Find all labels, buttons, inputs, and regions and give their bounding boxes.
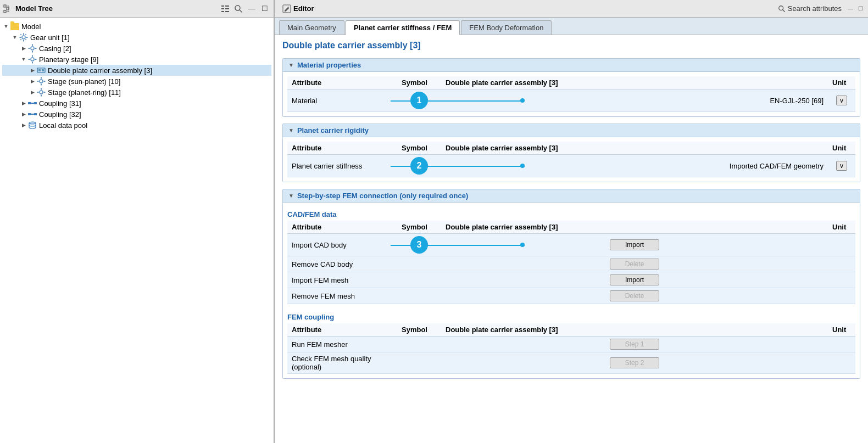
editor-pencil-icon xyxy=(282,4,291,13)
tree-item-localdata[interactable]: ▶ Local data pool xyxy=(2,120,271,131)
tree-item-gearunit[interactable]: ▼ Gear unit [1] xyxy=(2,32,271,43)
svg-rect-27 xyxy=(29,48,30,49)
svg-rect-36 xyxy=(42,69,44,71)
td-stiffness-unit[interactable]: v xyxy=(828,155,855,177)
tree-label-stage-sun: Stage (sun-planet) [10] xyxy=(48,77,120,86)
tab-planet-carrier[interactable]: Planet carrier stiffness / FEM xyxy=(346,20,460,35)
th-attribute-2: Attribute xyxy=(287,142,397,155)
tab-main-geometry[interactable]: Main Geometry xyxy=(279,20,344,35)
expand-casing[interactable]: ▶ xyxy=(20,46,27,51)
remove-fem-btn[interactable]: Delete xyxy=(610,290,659,301)
assembly-icon-doubleplate xyxy=(36,66,46,75)
tree-label-stage-ring: Stage (planet-ring) [11] xyxy=(48,88,121,97)
td-remove-fem-symbol xyxy=(397,288,441,304)
svg-rect-30 xyxy=(32,55,33,57)
expand-stage-sun[interactable]: ▶ xyxy=(29,78,36,84)
td-remove-cad-value: Delete xyxy=(441,256,828,272)
gear-icon-stage-sun xyxy=(36,77,46,86)
svg-rect-0 xyxy=(4,5,6,7)
td-import-fem-value: Import xyxy=(441,272,828,288)
expand-rigidity-icon[interactable]: ▼ xyxy=(288,127,294,133)
tree-item-model[interactable]: ▼ Model xyxy=(2,21,271,32)
header-icons: — ☐ xyxy=(220,3,270,14)
svg-rect-2 xyxy=(4,10,6,13)
expand-material-icon[interactable]: ▼ xyxy=(288,62,294,68)
stiffness-unit-dropdown[interactable]: v xyxy=(836,161,847,171)
page-title: Double plate carrier assembly [3] xyxy=(282,41,860,51)
expand-doubleplate[interactable]: ▶ xyxy=(29,68,36,73)
window-controls: — ☐ xyxy=(846,4,865,13)
th-symbol-cad: Symbol xyxy=(397,221,441,234)
td-material-attr: Material xyxy=(287,89,397,112)
td-remove-cad-unit xyxy=(828,256,855,272)
expand-coupling32[interactable]: ▶ xyxy=(20,111,27,117)
tree-item-stage-sun[interactable]: ▶ Stage (sun-planet) [10] xyxy=(2,76,271,87)
section-fem-title: Step-by-step FEM connection (only requir… xyxy=(297,192,468,200)
td-remove-fem-attr: Remove FEM mesh xyxy=(287,288,397,304)
svg-rect-43 xyxy=(41,88,42,90)
tree-item-casing[interactable]: ▶ Casing [2] xyxy=(2,43,271,54)
td-check-fem-value: Step 2 xyxy=(441,352,828,374)
tree-item-coupling32[interactable]: ▶ Coupling [32] xyxy=(2,109,271,120)
th-value-cad: Double plate carrier assembly [3] xyxy=(441,221,828,234)
th-unit-1: Unit xyxy=(828,76,855,89)
td-run-fem-value: Step 1 xyxy=(441,337,828,352)
section-fem-header[interactable]: ▼ Step-by-step FEM connection (only requ… xyxy=(283,189,860,203)
expand-coupling31[interactable]: ▶ xyxy=(20,100,27,106)
tree-item-stage-ring[interactable]: ▶ Stage (planet-ring) [11] xyxy=(2,87,271,98)
remove-fem-btn-container: Delete xyxy=(446,290,824,301)
table-row-stiffness: Planet carrier stiffness 2 xyxy=(287,155,855,177)
import-fem-btn[interactable]: Import xyxy=(610,274,659,285)
tree-item-planetary[interactable]: ▼ Planetary stage [9] xyxy=(2,54,271,65)
tree-rearrange-icon[interactable] xyxy=(220,3,231,14)
svg-rect-19 xyxy=(26,37,28,38)
svg-rect-20 xyxy=(20,34,22,36)
th-unit-fc: Unit xyxy=(828,323,855,337)
svg-point-29 xyxy=(31,58,34,61)
section-fem-connection: ▼ Step-by-step FEM connection (only requ… xyxy=(282,189,860,379)
run-fem-btn[interactable]: Step 1 xyxy=(610,339,659,350)
tree-item-coupling31[interactable]: ▶ Coupling [31] xyxy=(2,98,271,109)
expand-fem-icon[interactable]: ▼ xyxy=(288,193,294,199)
svg-rect-12 xyxy=(225,11,229,12)
tree-search-icon[interactable] xyxy=(233,3,244,14)
th-value-fc: Double plate carrier assembly [3] xyxy=(441,323,828,337)
minimize-editor-btn[interactable]: — xyxy=(846,4,855,13)
svg-rect-46 xyxy=(44,92,46,93)
expand-stage-ring[interactable]: ▶ xyxy=(29,89,36,95)
cad-fem-subtitle: CAD/FEM data xyxy=(287,207,855,221)
svg-rect-51 xyxy=(31,114,34,115)
model-tree-header: Model Tree xyxy=(0,0,274,18)
th-symbol-1: Symbol xyxy=(397,76,441,89)
td-import-cad-symbol: 3 xyxy=(397,234,441,256)
tab-fem-body[interactable]: FEM Body Deformation xyxy=(461,20,552,35)
expand-planetary[interactable]: ▼ xyxy=(20,57,27,62)
import-cad-btn[interactable]: Import xyxy=(610,239,659,250)
remove-cad-btn[interactable]: Delete xyxy=(610,259,659,270)
minimize-left-icon[interactable]: — xyxy=(246,3,257,14)
section-rigidity-header[interactable]: ▼ Planet carrier rigidity xyxy=(283,124,860,137)
expand-model[interactable]: ▼ xyxy=(2,24,10,29)
svg-point-37 xyxy=(40,80,43,83)
section-material-header[interactable]: ▼ Material properties xyxy=(283,59,860,72)
material-unit-dropdown[interactable]: v xyxy=(836,96,847,105)
maximize-editor-btn[interactable]: ☐ xyxy=(856,4,865,13)
td-check-fem-attr: Check FEM mesh quality (optional) xyxy=(287,352,397,374)
check-fem-btn[interactable]: Step 2 xyxy=(610,357,659,368)
maximize-left-icon[interactable]: ☐ xyxy=(259,3,270,14)
th-attribute-cad: Attribute xyxy=(287,221,397,234)
th-symbol-fc: Symbol xyxy=(397,323,441,337)
td-material-symbol: 1 xyxy=(397,89,441,112)
expand-localdata[interactable]: ▶ xyxy=(20,122,27,128)
td-material-unit[interactable]: v xyxy=(828,89,855,112)
svg-rect-8 xyxy=(221,8,224,9)
tree-item-doubleplate[interactable]: ▶ Double plate carrier assembly [3] xyxy=(2,65,271,76)
search-icon xyxy=(778,5,786,13)
expand-gearunit[interactable]: ▼ xyxy=(11,35,19,40)
svg-rect-28 xyxy=(35,48,37,49)
td-remove-fem-value: Delete xyxy=(441,288,828,304)
td-check-fem-unit xyxy=(828,352,855,374)
material-table-wrapper: Attribute Symbol Double plate carrier as… xyxy=(287,76,855,112)
table-row-remove-fem: Remove FEM mesh Delete xyxy=(287,288,855,304)
table-row-import-cad: Import CAD body 3 xyxy=(287,234,855,256)
